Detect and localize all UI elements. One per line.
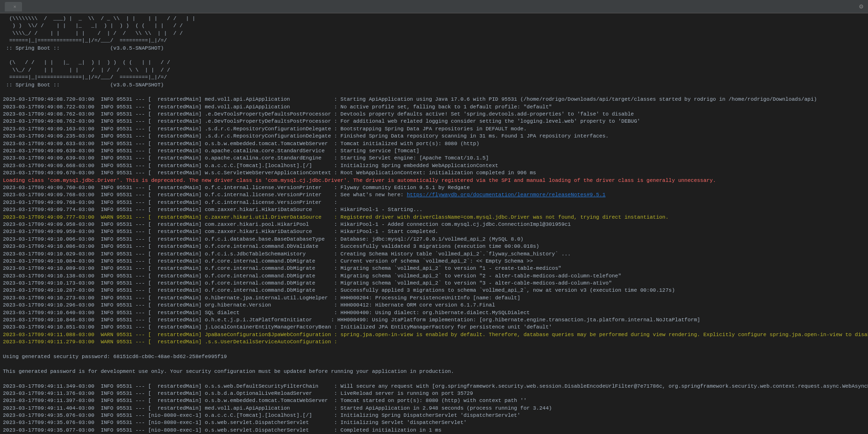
log-line: 2023-03-17T09:49:10.084-03:00 INFO 95531… (3, 258, 865, 265)
ascii-line: ======|_|==============|_|/=/___/ ======… (3, 37, 865, 44)
log-line: Loading class 'com.mysql.jdbc.Driver'. T… (3, 177, 865, 184)
log-line: 2023-03-17T09:49:35.076-03:00 INFO 95531… (3, 412, 865, 419)
log-line: 2023-03-17T09:49:09.235-03:00 INFO 95531… (3, 133, 865, 140)
log-line: 2023-03-17T09:49:11.279-03:00 WARN 95531… (3, 339, 865, 346)
log-line: 2023-03-17T09:49:10.640-03:00 INFO 95531… (3, 309, 865, 317)
blank-line (3, 360, 865, 368)
log-line: 2023-03-17T09:49:08.762-03:00 INFO 95531… (3, 118, 865, 125)
log-line: 2023-03-17T09:49:10.851-03:00 INFO 95531… (3, 324, 865, 331)
log-line: 2023-03-17T09:49:09.639-03:00 INFO 95531… (3, 148, 865, 155)
log-line: 2023-03-17T09:49:08.722-03:00 INFO 95531… (3, 104, 865, 111)
log-line: 2023-03-17T09:49:09.768-03:00 INFO 95531… (3, 199, 865, 206)
app-tab[interactable]: ✕ (5, 2, 22, 11)
log-line: 2023-03-17T09:49:09.768-03:00 INFO 95531… (3, 191, 865, 199)
log-line: 2023-03-17T09:49:35.077-03:00 INFO 95531… (3, 427, 865, 434)
log-line: 2023-03-17T09:49:11.088-03:00 WARN 95531… (3, 331, 865, 339)
log-line: ======|_|==============|_|/=/___/ ======… (3, 74, 865, 81)
tab-close-button[interactable]: ✕ (13, 4, 16, 10)
log-line: 2023-03-17T09:49:09.639-03:00 INFO 95531… (3, 155, 865, 162)
log-line: 2023-03-17T09:49:11.349-03:00 INFO 95531… (3, 383, 865, 390)
log-line: 2023-03-17T09:49:10.089-03:00 INFO 95531… (3, 265, 865, 272)
log-line: 2023-03-17T09:49:09.777-03:00 WARN 95531… (3, 214, 865, 221)
log-line: 2023-03-17T09:49:09.670-03:00 INFO 95531… (3, 169, 865, 177)
title-bar: ✕ ⚙ (0, 0, 868, 13)
log-line: 2023-03-17T09:49:10.846-03:00 INFO 95531… (3, 317, 865, 324)
log-line: 2023-03-17T09:49:35.076-03:00 INFO 95531… (3, 419, 865, 426)
log-line: 2023-03-17T09:49:09.760-03:00 INFO 95531… (3, 184, 865, 191)
blank-line (3, 346, 865, 353)
ascii-line: (\\\\\\\\ / ___) | _ \\ / _ \\ | | | | /… (3, 15, 865, 22)
log-line: 2023-03-17T09:49:10.173-03:00 INFO 95531… (3, 280, 865, 287)
log-line: 2023-03-17T09:49:10.296-03:00 INFO 95531… (3, 302, 865, 309)
log-line: 2023-03-17T09:49:10.029-03:00 INFO 95531… (3, 251, 865, 258)
log-line: This generated password is for developme… (3, 368, 865, 375)
log-line: 2023-03-17T09:49:08.720-03:00 INFO 95531… (3, 96, 865, 103)
ascii-line: ) ) \\/ / | | |_ _| ) | ) ) ( ( | | / / (3, 22, 865, 30)
log-line: :: Spring Boot :: (v3.0.5-SNAPSHOT) (3, 82, 865, 89)
log-line: 2023-03-17T09:49:09.959-03:00 INFO 95531… (3, 228, 865, 235)
log-line: 2023-03-17T09:49:10.287-03:00 INFO 95531… (3, 287, 865, 294)
log-line: 2023-03-17T09:49:09.774-03:00 INFO 95531… (3, 206, 865, 213)
log-line: 2023-03-17T09:49:10.086-03:00 INFO 95531… (3, 243, 865, 250)
console-output: (\\\\\\\\ / ___) | _ \\ / _ \\ | | | | /… (0, 13, 868, 434)
log-line: 2023-03-17T09:49:08.762-03:00 INFO 95531… (3, 111, 865, 118)
log-line: Using generated security password: 68151… (3, 353, 865, 360)
blank-line (3, 52, 865, 59)
log-line: 2023-03-17T09:49:11.376-03:00 INFO 95531… (3, 390, 865, 397)
log-line: (\ / / | | |_ _| ) | ) ) ( ( | | / / (3, 59, 865, 66)
log-line: 2023-03-17T09:49:09.958-03:00 INFO 95531… (3, 221, 865, 228)
log-line: 2023-03-17T09:49:10.273-03:00 INFO 95531… (3, 295, 865, 302)
settings-icon[interactable]: ⚙ (859, 2, 863, 11)
flyway-link[interactable]: https://flywaydb.org/documentation/learn… (407, 192, 606, 198)
blank-line (3, 375, 865, 382)
log-line: 2023-03-17T09:49:09.633-03:00 INFO 95531… (3, 140, 865, 148)
log-line: 2023-03-17T09:49:11.404-03:00 INFO 95531… (3, 405, 865, 412)
ascii-line: \\\\_/ / | | | | / | / / \\ \\ | | / / (3, 30, 865, 37)
log-line: 2023-03-17T09:49:10.006-03:00 INFO 95531… (3, 236, 865, 243)
log-line: \\_/ / | | | | / | / / \ \ | | / / (3, 67, 865, 74)
blank-line (3, 89, 865, 96)
log-line: 2023-03-17T09:49:09.668-03:00 INFO 95531… (3, 162, 865, 169)
log-line: 2023-03-17T09:49:09.163-03:00 INFO 95531… (3, 126, 865, 133)
log-line: 2023-03-17T09:49:11.397-03:00 INFO 95531… (3, 397, 865, 404)
log-line: 2023-03-17T09:49:10.138-03:00 INFO 95531… (3, 273, 865, 280)
ascii-line: :: Spring Boot :: (v3.0.5-SNAPSHOT) (3, 45, 865, 52)
